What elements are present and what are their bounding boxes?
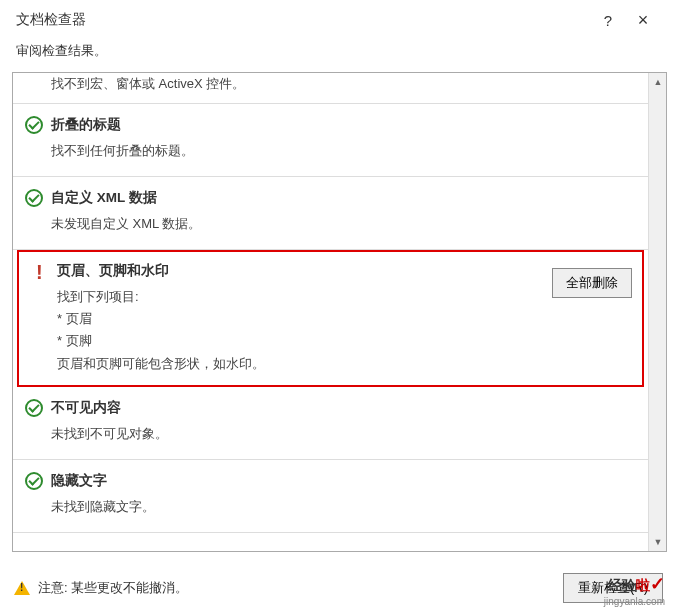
section-activex: 找不到宏、窗体或 ActiveX 控件。 xyxy=(13,73,648,104)
close-button[interactable]: × xyxy=(623,10,663,31)
highlight-box: ! 页眉、页脚和水印 找到下列项目: * 页眉 * 页脚 页眉和页脚可能包含形状… xyxy=(17,250,644,386)
help-button[interactable]: ? xyxy=(593,12,623,29)
section-title: 页眉、页脚和水印 xyxy=(57,262,542,280)
body-line: 页眉和页脚可能包含形状，如水印。 xyxy=(57,353,542,375)
section-headers-footers: ! 页眉、页脚和水印 找到下列项目: * 页眉 * 页脚 页眉和页脚可能包含形状… xyxy=(25,258,636,378)
check-icon xyxy=(25,399,43,417)
section-body: 未找到不可见对象。 xyxy=(51,423,628,445)
section-title: 折叠的标题 xyxy=(51,116,628,134)
footer: 注意: 某些更改不能撤消。 重新检查(R) 关闭(C) xyxy=(0,562,675,614)
section-invisible-content: 不可见内容 未找到不可见对象。 xyxy=(13,387,648,460)
section-title: 不可见内容 xyxy=(51,399,628,417)
body-line: * 页眉 xyxy=(57,308,542,330)
footer-note: 注意: 某些更改不能撤消。 xyxy=(38,579,563,597)
section-collapsed-headings: 折叠的标题 找不到任何折叠的标题。 xyxy=(13,104,648,177)
window-title: 文档检查器 xyxy=(16,11,593,29)
scroll-up-button[interactable]: ▲ xyxy=(649,73,667,91)
title-bar: 文档检查器 ? × xyxy=(0,0,675,36)
check-icon xyxy=(25,472,43,490)
body-line: 找到下列项目: xyxy=(57,286,542,308)
remove-all-button[interactable]: 全部删除 xyxy=(552,268,632,298)
section-body: 未发现自定义 XML 数据。 xyxy=(51,213,628,235)
reinspect-button[interactable]: 重新检查(R) xyxy=(563,573,663,603)
body-line: * 页脚 xyxy=(57,330,542,352)
warning-icon: ! xyxy=(31,262,57,282)
subtitle: 审阅检查结果。 xyxy=(0,36,675,72)
check-icon xyxy=(25,189,43,207)
section-body: 找不到宏、窗体或 ActiveX 控件。 xyxy=(51,73,628,95)
section-custom-xml: 自定义 XML 数据 未发现自定义 XML 数据。 xyxy=(13,177,648,250)
section-hidden-text: 隐藏文字 未找到隐藏文字。 xyxy=(13,460,648,533)
scroll-down-button[interactable]: ▼ xyxy=(649,533,667,551)
section-title: 自定义 XML 数据 xyxy=(51,189,628,207)
scrollbar[interactable]: ▲ ▼ xyxy=(648,73,666,551)
scroll-area: 找不到宏、窗体或 ActiveX 控件。 折叠的标题 找不到任何折叠的标题。 自… xyxy=(13,73,648,551)
section-body: 找到下列项目: * 页眉 * 页脚 页眉和页脚可能包含形状，如水印。 xyxy=(57,286,542,374)
section-body: 找不到任何折叠的标题。 xyxy=(51,140,628,162)
section-body: 未找到隐藏文字。 xyxy=(51,496,628,518)
check-icon xyxy=(25,116,43,134)
results-panel: 找不到宏、窗体或 ActiveX 控件。 折叠的标题 找不到任何折叠的标题。 自… xyxy=(12,72,667,552)
warning-triangle-icon xyxy=(14,581,30,595)
section-title: 隐藏文字 xyxy=(51,472,628,490)
